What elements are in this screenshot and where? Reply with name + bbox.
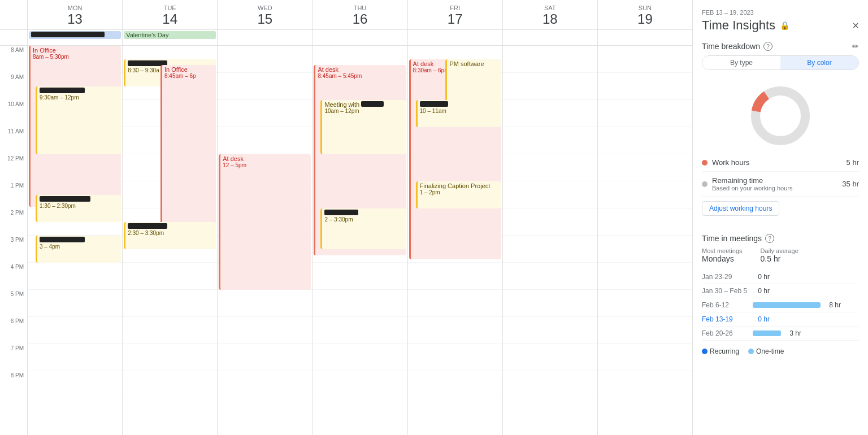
event-meeting-thu[interactable]: Meeting with 10am – 12pm — [320, 100, 406, 154]
days-grid: In Office 8am – 5:30pm 9:30am – 12pm 1:3… — [27, 46, 692, 435]
time-label-4: 12 PM — [0, 154, 27, 181]
allday-event-mon[interactable] — [29, 31, 121, 39]
event-yellow-fri1[interactable]: 10 – 11am — [416, 100, 501, 127]
meeting-week-label: Jan 30 – Feb 5 — [702, 287, 753, 295]
onetime-label: One-time — [756, 347, 784, 355]
event-atdesk-wed[interactable]: At desk 12 – 5pm — [219, 154, 311, 290]
calendar-body: 8 AM9 AM10 AM11 AM12 PM1 PM2 PM3 PM4 PM5… — [0, 46, 692, 435]
time-breakdown-title: Time breakdown — [702, 42, 760, 51]
day-header-19: SUN19 — [597, 0, 692, 29]
hour-cell-tue-8 — [123, 263, 217, 290]
meeting-bar — [753, 302, 821, 308]
meeting-row-3: Feb 13-190 hr — [702, 312, 859, 327]
hour-cell-sun-10 — [598, 317, 692, 344]
day-name: MON — [28, 5, 122, 11]
hour-cell-mon-12 — [28, 371, 122, 398]
day-name: TUE — [123, 5, 217, 11]
day-num: 19 — [598, 11, 692, 27]
hour-cell-sun-0 — [598, 46, 692, 73]
meeting-row-4: Feb 20-263 hr — [702, 327, 859, 341]
hour-cell-thu-9 — [313, 290, 407, 317]
day-col-mon: In Office 8am – 5:30pm 9:30am – 12pm 1:3… — [27, 46, 122, 435]
hour-cell-sat-8 — [503, 263, 597, 290]
most-meetings-label: Most meetings — [702, 247, 743, 254]
daily-avg-value: 0.5 hr — [761, 254, 798, 263]
time-label-11: 7 PM — [0, 344, 27, 371]
meetings-meta: Most meetings Mondays Daily average 0.5 … — [702, 247, 859, 263]
day-name: WED — [218, 5, 312, 11]
sidebar: FEB 13 – 19, 2023 Time Insights 🔒 × Time… — [693, 0, 868, 435]
calendar: MON13TUE14WED15THU16FRI17SAT18SUN19 Vale… — [0, 0, 693, 435]
toggle-by-type[interactable]: By type — [702, 56, 780, 69]
meeting-week-label: Jan 23-29 — [702, 273, 753, 281]
event-yellow-thu1[interactable]: 2 – 3:30pm — [320, 208, 406, 249]
day-num: 17 — [408, 11, 502, 27]
hour-cell-mon-8 — [28, 263, 122, 290]
hour-cell-sat-0 — [503, 46, 597, 73]
work-hours-value: 5 hr — [847, 158, 859, 167]
allday-col-sun — [597, 30, 692, 45]
hour-cell-mon-9 — [28, 290, 122, 317]
meeting-bar-area: 3 hr — [753, 329, 859, 337]
hour-cell-mon-10 — [28, 317, 122, 344]
meetings-help-icon[interactable]: ? — [765, 234, 774, 243]
day-col-thu: At desk 8:45am – 5:45pm Meeting with 10a… — [312, 46, 407, 435]
meeting-bar-area: 0 hr — [753, 273, 859, 281]
hour-cell-sun-7 — [598, 236, 692, 263]
day-col-fri: At desk 8:30am – 6pm PM software 10 – 11… — [407, 46, 502, 435]
remaining-dot — [702, 181, 708, 187]
bottom-legend: Recurring One-time — [702, 347, 859, 355]
day-name: FRI — [408, 5, 502, 11]
most-meetings-item: Most meetings Mondays — [702, 247, 743, 263]
allday-row: Valentine's Day — [0, 30, 692, 46]
meeting-bar-area: 0 hr — [753, 287, 859, 295]
meeting-bar — [753, 330, 781, 336]
event-caption-fri[interactable]: Finalizing Caption Project 1 – 2pm — [416, 181, 501, 208]
lock-icon[interactable]: 🔒 — [780, 21, 789, 30]
allday-col-wed — [217, 30, 312, 45]
toggle-by-color[interactable]: By color — [780, 56, 858, 69]
hour-cell-fri-8 — [408, 263, 502, 290]
hour-cell-thu-11 — [313, 344, 407, 371]
hour-cell-sun-12 — [598, 371, 692, 398]
day-col-sun — [597, 46, 692, 435]
time-breakdown-title-row: Time breakdown ? ✏ — [702, 42, 859, 51]
hour-cell-sun-8 — [598, 263, 692, 290]
hour-cell-sat-5 — [503, 181, 597, 208]
onetime-legend-item: One-time — [748, 347, 784, 355]
allday-event-valentines[interactable]: Valentine's Day — [124, 31, 216, 39]
hour-cell-sun-5 — [598, 181, 692, 208]
event-yellow-mon2[interactable]: 3 – 4pm — [36, 236, 121, 263]
hour-cell-sat-10 — [503, 317, 597, 344]
close-button[interactable]: × — [852, 19, 859, 32]
hour-cell-sat-7 — [503, 236, 597, 263]
time-gutter: 8 AM9 AM10 AM11 AM12 PM1 PM2 PM3 PM4 PM5… — [0, 46, 27, 435]
donut-chart — [741, 79, 820, 147]
recurring-label: Recurring — [710, 347, 739, 355]
day-header-14: TUE14 — [122, 0, 217, 29]
allday-col-tue: Valentine's Day — [122, 30, 217, 45]
meeting-bar-area: 8 hr — [753, 301, 859, 309]
time-breakdown-help-icon[interactable]: ? — [763, 42, 772, 51]
hour-cell-sun-4 — [598, 154, 692, 181]
meetings-section: Time in meetings ? Most meetings Mondays… — [702, 234, 859, 355]
edit-icon[interactable]: ✏ — [852, 42, 859, 51]
hour-cell-sun-6 — [598, 208, 692, 236]
event-inoffice-tue[interactable]: In Office 8:45am – 6p — [160, 65, 216, 236]
allday-col-thu — [312, 30, 407, 45]
adjust-working-hours-button[interactable]: Adjust working hours — [702, 201, 779, 216]
day-num: 13 — [28, 11, 122, 27]
hour-cell-fri-11 — [408, 344, 502, 371]
meeting-week-label: Feb 6-12 — [702, 301, 753, 309]
hour-cell-sat-3 — [503, 127, 597, 154]
event-meeting-mon[interactable]: 1:30 – 2:30pm — [36, 195, 121, 222]
remaining-value: 35 hr — [842, 180, 859, 188]
meeting-value: 0 hr — [753, 273, 770, 281]
hour-cell-wed-3 — [218, 127, 312, 154]
meeting-row-1: Jan 30 – Feb 50 hr — [702, 284, 859, 298]
hour-cell-wed-1 — [218, 73, 312, 100]
event-yellow-tue2[interactable]: 2:30 – 3:30pm — [124, 222, 216, 249]
event-yellow-mon1[interactable]: 9:30am – 12pm — [36, 86, 121, 154]
allday-col-sat — [502, 30, 597, 45]
day-num: 14 — [123, 11, 217, 27]
